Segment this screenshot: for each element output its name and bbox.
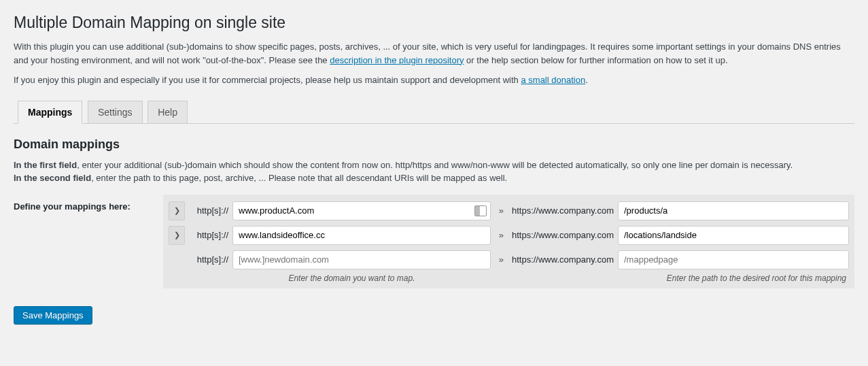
arrow-icon: »: [495, 254, 508, 265]
mapping-row: http[s]:// » https://www.company.com: [167, 248, 850, 272]
field2-bold: In the second field: [14, 173, 91, 183]
mapping-row: ❯ http[s]:// » https://www.company.com: [167, 223, 850, 248]
expander-toggle[interactable]: ❯: [169, 201, 185, 220]
support-part1: If you enjoy this plugin and especially …: [14, 75, 521, 85]
domain-input[interactable]: [232, 226, 491, 245]
intro-part2: or the help section below for further in…: [464, 55, 728, 65]
path-input[interactable]: [618, 201, 849, 220]
section-title: Domain mappings: [14, 137, 854, 152]
support-part2: .: [585, 75, 588, 85]
autofill-icon: [474, 205, 487, 216]
save-button[interactable]: Save Mappings: [14, 306, 92, 325]
base-url-label: https://www.company.com: [512, 205, 614, 216]
protocol-label: http[s]://: [189, 254, 228, 265]
tab-mappings[interactable]: Mappings: [18, 101, 82, 124]
path-input[interactable]: [618, 250, 849, 269]
field1-instructions: In the first field, enter your additiona…: [14, 159, 854, 185]
arrow-icon: »: [495, 205, 508, 216]
base-url-label: https://www.company.com: [512, 230, 614, 240]
tab-settings[interactable]: Settings: [88, 101, 143, 124]
support-text: If you enjoy this plugin and especially …: [14, 73, 854, 87]
path-input[interactable]: [618, 226, 849, 245]
mappings-container: ❯ http[s]:// » https://www.company.com ❯…: [163, 195, 854, 288]
expander-toggle[interactable]: ❯: [169, 226, 185, 245]
protocol-label: http[s]://: [189, 205, 228, 216]
domain-input[interactable]: [232, 201, 491, 220]
path-hint: Enter the path to the desired root for t…: [493, 273, 848, 283]
protocol-label: http[s]://: [189, 230, 228, 240]
domain-input[interactable]: [232, 250, 491, 269]
repo-link[interactable]: description in the plugin repository: [330, 55, 464, 65]
field1-text: , enter your additional (sub-)domain whi…: [77, 160, 793, 170]
hint-row: Enter the domain you want to map. Enter …: [167, 272, 850, 283]
domain-hint: Enter the domain you want to map.: [170, 273, 493, 283]
define-label: Define your mappings here:: [14, 195, 163, 212]
tab-bar: Mappings Settings Help: [14, 101, 854, 124]
mapping-row: ❯ http[s]:// » https://www.company.com: [167, 199, 850, 223]
base-url-label: https://www.company.com: [512, 254, 614, 265]
field2-text: , enter the path to this page, post, arc…: [91, 173, 507, 183]
tab-help[interactable]: Help: [147, 101, 188, 124]
page-title: Multiple Domain Mapping on single site: [14, 14, 854, 32]
arrow-icon: »: [495, 230, 508, 240]
donation-link[interactable]: a small donation: [521, 75, 585, 85]
field1-bold: In the first field: [14, 160, 77, 170]
intro-text: With this plugin you can use additional …: [14, 40, 854, 67]
